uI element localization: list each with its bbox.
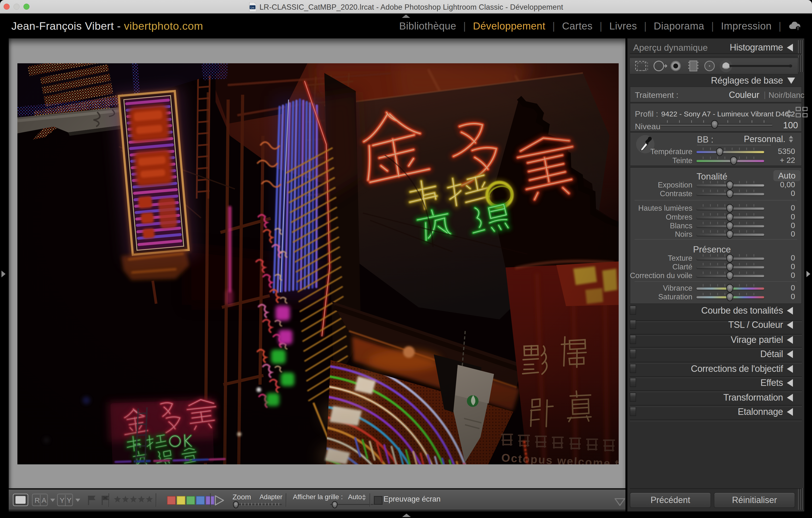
- svg-text:Lrc: Lrc: [251, 6, 255, 9]
